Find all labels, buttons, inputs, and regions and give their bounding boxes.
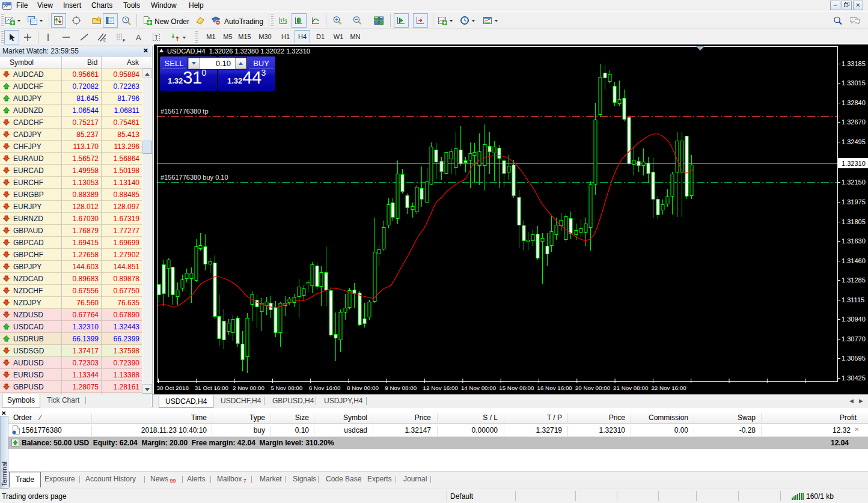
svg-text:E: E	[103, 38, 106, 42]
svg-text:5 Nov 08:00: 5 Nov 08:00	[270, 385, 302, 391]
svg-text:1.33185: 1.33185	[842, 60, 866, 67]
svg-text:15 Nov 08:00: 15 Nov 08:00	[499, 385, 534, 391]
svg-text:1.31115: 1.31115	[842, 296, 864, 303]
svg-text:1.32150: 1.32150	[842, 178, 866, 186]
svg-text:20 Nov 00:00: 20 Nov 00:00	[575, 385, 611, 391]
svg-text:#1561776380 buy 0.10: #1561776380 buy 0.10	[160, 174, 228, 181]
svg-text:8 Nov 00:00: 8 Nov 00:00	[347, 385, 379, 391]
svg-text:USDCAD,H4 1.32026 1.32380 1.3: USDCAD,H4 1.32026 1.32380 1.32022 1.3231…	[167, 47, 310, 55]
svg-text:1.30940: 1.30940	[842, 316, 866, 323]
svg-text:A: A	[136, 33, 141, 42]
svg-text:1.31460: 1.31460	[842, 257, 866, 264]
svg-text:#1561776380 tp: #1561776380 tp	[160, 108, 209, 115]
svg-text:1.32495: 1.32495	[842, 138, 866, 145]
svg-text:1.31630: 1.31630	[842, 237, 866, 245]
svg-text:16 Nov 16:00: 16 Nov 16:00	[537, 385, 573, 391]
svg-text:9 Nov 08:00: 9 Nov 08:00	[385, 385, 417, 391]
svg-text:1.31805: 1.31805	[842, 218, 866, 225]
svg-text:1.32310: 1.32310	[842, 160, 866, 167]
svg-text:1.30770: 1.30770	[842, 335, 866, 343]
svg-text:1.31285: 1.31285	[842, 276, 866, 284]
svg-text:T: T	[154, 34, 158, 41]
svg-text:1.32670: 1.32670	[842, 118, 866, 126]
svg-text:1.30425: 1.30425	[842, 374, 866, 382]
svg-text:6 Nov 16:00: 6 Nov 16:00	[309, 385, 341, 391]
svg-text:21 Nov 08:00: 21 Nov 08:00	[613, 385, 649, 391]
svg-text:1.30595: 1.30595	[842, 355, 866, 362]
svg-text:F: F	[123, 38, 125, 43]
svg-text:14 Nov 00:00: 14 Nov 00:00	[461, 385, 497, 391]
svg-text:1.32840: 1.32840	[842, 99, 866, 106]
svg-text:31 Oct 16:00: 31 Oct 16:00	[195, 385, 229, 391]
svg-text:12 Nov 16:00: 12 Nov 16:00	[423, 385, 459, 391]
svg-text:30 Oct 2018: 30 Oct 2018	[157, 385, 189, 391]
svg-text:1.31975: 1.31975	[842, 198, 866, 206]
svg-text:22 Nov 16:00: 22 Nov 16:00	[651, 385, 686, 391]
svg-text:2 Nov 00:00: 2 Nov 00:00	[233, 385, 264, 391]
svg-text:1.33015: 1.33015	[842, 79, 866, 87]
